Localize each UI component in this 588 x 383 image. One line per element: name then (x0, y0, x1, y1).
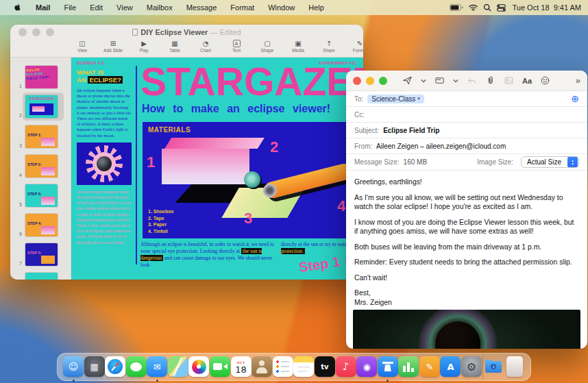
finder-icon[interactable]: ☺ (63, 356, 84, 377)
dock-item-keynote[interactable] (378, 356, 398, 381)
recipient-token[interactable]: Science-Class▾ (367, 95, 424, 103)
image-size-select[interactable]: Actual Size ▴▾ (521, 156, 579, 168)
menu-message[interactable]: Message (180, 3, 223, 12)
header-fields-button[interactable] (434, 75, 445, 86)
slide-thumbnail-7[interactable]: 7 STEP 5: (10, 243, 71, 266)
share-button[interactable]: ↑Share (317, 40, 341, 53)
slide-7-thumb[interactable]: STEP 5: (25, 243, 58, 266)
dock-item-pages[interactable]: ✎ (419, 356, 440, 381)
send-button[interactable] (402, 75, 413, 86)
insert-photo-button-disabled[interactable] (504, 75, 514, 86)
dock-item-downloads[interactable]: ↓ (483, 356, 504, 381)
pages-icon[interactable]: ✎ (419, 356, 440, 377)
send-options-chevron-icon[interactable] (421, 78, 426, 84)
mail-toolbar[interactable]: Aa » (346, 71, 587, 91)
messages-icon[interactable] (126, 356, 147, 377)
photos-icon[interactable] (188, 356, 209, 377)
dock-item-maps[interactable] (168, 356, 188, 381)
slide-thumbnail-5[interactable]: 5 STEP 3: (10, 184, 71, 207)
launchpad-icon[interactable]: ▦ (84, 356, 105, 377)
dock-item-contacts[interactable] (252, 356, 272, 381)
maps-icon[interactable] (168, 356, 188, 377)
dock-item-appstore[interactable]: A (440, 356, 461, 381)
slide-4-thumb[interactable]: STEP 2: (25, 155, 58, 177)
from-field-row[interactable]: From: Aileen Zeigen – aileen.zeigen@iclo… (346, 138, 587, 154)
dock-item-notes[interactable] (293, 356, 314, 381)
calendar-icon[interactable]: OCT18 (231, 356, 252, 377)
message-body[interactable]: Greetings, earthlings! As I'm sure you a… (346, 171, 587, 307)
facetime-icon[interactable] (210, 356, 230, 377)
slide-thumbnail-6[interactable]: 6 STEP 4: (10, 214, 71, 236)
wifi-icon[interactable] (469, 4, 478, 11)
menu-edit[interactable]: Edit (84, 3, 109, 12)
subject-value[interactable]: Eclipse Field Trip (383, 127, 439, 134)
keynote-icon[interactable] (378, 356, 398, 377)
menu-help[interactable]: Help (302, 3, 330, 12)
dock-item-trash[interactable] (504, 356, 525, 381)
slide-thumbnail-3[interactable]: 3 STEP 1: (10, 125, 71, 148)
dock-item-photos[interactable] (188, 356, 209, 381)
downloads-folder-icon[interactable]: ↓ (483, 356, 504, 377)
reply-button-disabled[interactable] (467, 75, 477, 86)
dock-item-finder[interactable]: ☺ (63, 356, 84, 381)
attach-button[interactable] (485, 75, 495, 86)
eclipse-photo-attachment[interactable] (353, 310, 580, 349)
dock-item-calendar[interactable]: OCT18 (231, 356, 252, 381)
slide-8-thumb[interactable]: DID YOU KNOW... (25, 273, 58, 280)
text-button[interactable]: AText (225, 40, 248, 53)
toolbar-overflow-button[interactable]: » (576, 75, 580, 86)
menu-file[interactable]: File (58, 3, 82, 12)
minimize-button[interactable] (366, 77, 374, 85)
slide-1-thumb[interactable]: SOLAR ECLIPSE FIELD TRIP! (25, 66, 58, 88)
zoom-button[interactable] (379, 77, 387, 85)
chart-button[interactable]: ◔Chart (194, 40, 217, 53)
slide-thumbnail-4[interactable]: 4 STEP 2: (10, 155, 71, 177)
reminders-icon[interactable] (273, 356, 293, 377)
menu-mailbox[interactable]: Mailbox (140, 3, 179, 12)
keynote-titlebar[interactable]: DIY Eclipse Viewer — Edited (10, 25, 363, 40)
cc-field-row[interactable]: Cc: (346, 107, 587, 123)
numbers-icon[interactable] (398, 356, 419, 377)
slide-2-thumb[interactable]: STARGAZER (25, 95, 58, 118)
notes-icon[interactable] (293, 356, 314, 377)
dock-item-facetime[interactable] (210, 356, 230, 381)
slide-6-thumb[interactable]: STEP 4: (25, 214, 58, 236)
from-value[interactable]: Aileen Zeigen – aileen.zeigen@icloud.com (376, 143, 506, 150)
dock-item-reminders[interactable] (273, 356, 293, 381)
dock-item-mail[interactable]: ✉ (147, 356, 167, 381)
battery-icon[interactable] (450, 4, 463, 11)
menu-window[interactable]: Window (262, 3, 301, 12)
menu-format[interactable]: Format (224, 3, 260, 12)
app-store-icon[interactable]: A (440, 356, 461, 377)
slide-thumbnail-1[interactable]: 1 SOLAR ECLIPSE FIELD TRIP! (10, 66, 71, 88)
table-button[interactable]: ▦Table (163, 40, 186, 53)
menu-clock[interactable]: Tue Oct 18 9:41 AM (511, 3, 582, 12)
mail-icon[interactable]: ✉ (147, 356, 167, 377)
slide-thumbnail-8[interactable]: DID YOU KNOW... (10, 273, 71, 280)
system-settings-icon[interactable]: ⚙ (461, 356, 482, 377)
view-button[interactable]: ◫View (71, 40, 94, 53)
slide-canvas[interactable]: SCIENCE 4.2 EXPERIMENT #11 WHAT ISAN ECL… (71, 58, 363, 280)
add-slide-button[interactable]: ⊞Add Slide (101, 40, 125, 53)
music-icon[interactable]: ♪ (336, 356, 356, 377)
apple-menu[interactable] (7, 3, 28, 13)
menu-view[interactable]: View (110, 3, 139, 12)
dock-item-messages[interactable] (126, 356, 147, 381)
subject-field-row[interactable]: Subject: Eclipse Field Trip (346, 123, 587, 138)
podcasts-icon[interactable]: ◉ (356, 356, 377, 377)
trash-icon[interactable] (506, 356, 523, 377)
media-button[interactable]: ▣Media (286, 40, 310, 53)
header-fields-chevron-icon[interactable] (453, 78, 458, 84)
format-text-button[interactable]: Aa (522, 77, 532, 85)
dock-item-appletv[interactable]: tv (315, 356, 335, 381)
dock-item-settings[interactable]: ⚙ (461, 356, 482, 381)
control-center-icon[interactable] (497, 4, 506, 12)
dock-item-music[interactable]: ♪ (336, 356, 356, 381)
play-button[interactable]: ▶Play (132, 40, 156, 53)
to-field-row[interactable]: To: Science-Class▾ ⊕ (346, 91, 587, 107)
apple-tv-icon[interactable]: tv (315, 356, 335, 377)
menu-app-name[interactable]: Mail (29, 3, 56, 12)
spotlight-search-icon[interactable] (483, 3, 491, 12)
add-recipient-button[interactable]: ⊕ (571, 94, 579, 103)
contacts-icon[interactable] (252, 356, 272, 377)
